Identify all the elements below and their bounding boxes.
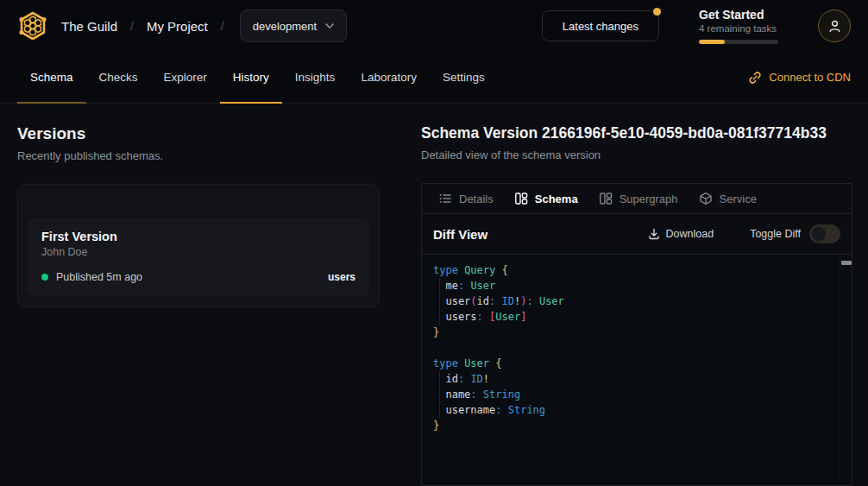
tab-details-label: Details bbox=[459, 193, 494, 205]
latest-changes-button[interactable]: Latest changes bbox=[542, 10, 659, 41]
diff-view-title: Diff View bbox=[433, 227, 487, 242]
columns-icon bbox=[514, 192, 528, 205]
tab-details[interactable]: Details bbox=[428, 192, 504, 205]
get-started-progressbar bbox=[699, 40, 778, 44]
get-started-title: Get Started bbox=[699, 8, 778, 22]
download-label: Download bbox=[666, 228, 714, 240]
main-content: Versions Recently published schemas. Fir… bbox=[0, 104, 868, 486]
schema-code-viewer[interactable]: type Query { me: User user(id: ID!): Use… bbox=[422, 255, 852, 485]
top-bar-right: Latest changes Get Started 4 remaining t… bbox=[542, 8, 851, 44]
user-avatar-button[interactable] bbox=[818, 9, 851, 42]
tab-supergraph-label: Supergraph bbox=[620, 193, 678, 205]
versions-panel: Versions Recently published schemas. Fir… bbox=[0, 104, 400, 486]
download-button[interactable]: Download bbox=[648, 228, 714, 240]
published-status-dot bbox=[41, 274, 48, 281]
versions-list-card: First Version John Doe Published 5m ago … bbox=[17, 184, 380, 307]
notification-dot bbox=[653, 8, 661, 16]
nav-tab-settings[interactable]: Settings bbox=[430, 52, 498, 104]
nav-tab-insights[interactable]: Insights bbox=[282, 52, 349, 104]
versions-subtitle: Recently published schemas. bbox=[17, 149, 380, 162]
diff-view-controls: Download Toggle Diff bbox=[648, 224, 840, 243]
tab-schema[interactable]: Schema bbox=[504, 192, 588, 205]
breadcrumb: The Guild / My Project / development bbox=[17, 9, 347, 42]
version-meta-row: Published 5m ago users bbox=[41, 271, 355, 283]
code-block: type Query { me: User user(id: ID!): Use… bbox=[433, 262, 834, 433]
get-started-subtitle: 4 remaining tasks bbox=[699, 23, 778, 34]
connect-to-cdn-link[interactable]: Connect to CDN bbox=[748, 52, 851, 103]
nav-tab-explorer[interactable]: Explorer bbox=[151, 52, 220, 104]
breadcrumb-separator: / bbox=[130, 19, 134, 33]
detail-panel: Details Schema Supergr bbox=[421, 183, 852, 486]
tab-service[interactable]: Service bbox=[689, 192, 767, 205]
versions-title: Versions bbox=[17, 124, 380, 143]
get-started-widget[interactable]: Get Started 4 remaining tasks bbox=[699, 8, 778, 44]
toggle-diff-label: Toggle Diff bbox=[750, 228, 801, 240]
toggle-knob bbox=[812, 227, 826, 241]
environment-dropdown-value: development bbox=[253, 20, 317, 33]
schema-version-title: Schema Version 2166196f-5e10-4059-bd0a-0… bbox=[421, 124, 852, 142]
schema-version-subtitle: Detailed view of the schema version bbox=[421, 148, 852, 161]
link-chain-icon bbox=[748, 71, 762, 85]
version-list-item[interactable]: First Version John Doe Published 5m ago … bbox=[28, 218, 369, 296]
nav-tab-laboratory[interactable]: Laboratory bbox=[348, 52, 430, 104]
get-started-progress-fill bbox=[699, 40, 725, 44]
nav-tabs: Schema Checks Explorer History Insights … bbox=[17, 52, 498, 103]
toggle-diff-switch[interactable] bbox=[809, 224, 840, 243]
nav-tab-checks[interactable]: Checks bbox=[86, 52, 151, 104]
nav-tab-history[interactable]: History bbox=[220, 52, 282, 104]
version-status: Published 5m ago bbox=[56, 271, 142, 283]
schema-version-detail: Schema Version 2166196f-5e10-4059-bd0a-0… bbox=[400, 104, 868, 486]
tab-service-label: Service bbox=[720, 193, 757, 205]
breadcrumb-org[interactable]: The Guild bbox=[61, 19, 117, 34]
service-badge: users bbox=[328, 271, 355, 283]
main-nav: Schema Checks Explorer History Insights … bbox=[0, 52, 868, 104]
latest-changes-label: Latest changes bbox=[563, 20, 638, 33]
cube-icon bbox=[699, 192, 713, 205]
top-bar: The Guild / My Project / development Lat… bbox=[0, 0, 868, 52]
environment-dropdown[interactable]: development bbox=[240, 9, 347, 42]
code-scrollbar-thumb[interactable] bbox=[841, 261, 852, 265]
chevron-down-icon bbox=[325, 23, 334, 28]
hive-logo-icon[interactable] bbox=[17, 10, 48, 41]
nav-tab-schema[interactable]: Schema bbox=[17, 52, 86, 104]
person-icon bbox=[827, 19, 842, 34]
version-author: John Doe bbox=[41, 246, 355, 258]
code-scrollbar bbox=[840, 255, 852, 485]
list-icon bbox=[438, 192, 452, 205]
download-icon bbox=[648, 228, 660, 240]
detail-tabs: Details Schema Supergr bbox=[422, 184, 852, 214]
breadcrumb-project[interactable]: My Project bbox=[147, 19, 208, 34]
tab-supergraph[interactable]: Supergraph bbox=[588, 192, 689, 205]
diff-view-toolbar: Diff View Download Toggle Diff bbox=[422, 214, 852, 255]
columns-icon bbox=[599, 192, 613, 205]
version-name: First Version bbox=[41, 230, 355, 243]
breadcrumb-separator: / bbox=[221, 19, 224, 33]
connect-to-cdn-label: Connect to CDN bbox=[769, 71, 851, 84]
tab-schema-label: Schema bbox=[535, 193, 578, 205]
